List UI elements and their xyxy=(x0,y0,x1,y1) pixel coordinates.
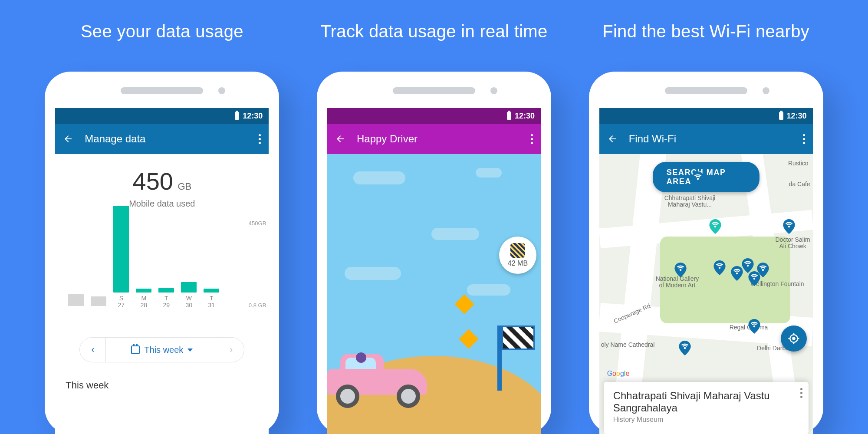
chart-bar: T 29 xyxy=(158,288,174,309)
data-usage-bubble-value: 42 MB xyxy=(508,260,528,267)
car-icon xyxy=(327,356,436,408)
chart-bar-label: T 29 xyxy=(163,295,170,309)
wifi-pin-icon[interactable] xyxy=(712,260,727,275)
total-usage-label: Mobile data used xyxy=(55,199,269,209)
back-icon[interactable] xyxy=(335,134,345,144)
map-poi-label: Rustico xyxy=(788,160,809,167)
app-icon xyxy=(510,243,525,258)
phone-camera xyxy=(490,87,497,94)
chart-bar: S 27 xyxy=(113,206,129,309)
wifi-pin-icon[interactable] xyxy=(756,263,770,277)
ytick-bottom: 0.8 GB xyxy=(249,302,266,309)
wifi-pin-icon[interactable] xyxy=(673,263,688,277)
map-poi-label: oly Name Cathedral xyxy=(601,342,655,348)
phone-camera xyxy=(763,87,769,94)
cloud-icon xyxy=(476,168,502,178)
battery-icon xyxy=(235,112,239,120)
status-time: 12:30 xyxy=(515,112,535,121)
calendar-icon xyxy=(131,345,140,354)
map-poi-label: Chhatrapati Shivaji Maharaj Vastu... xyxy=(664,195,716,208)
date-range-selector[interactable]: ‹ This week › xyxy=(79,337,244,362)
appbar-happy-driver: Happy Driver xyxy=(327,124,541,154)
dropdown-caret-icon xyxy=(187,349,193,352)
battery-icon xyxy=(507,112,511,120)
wifi-pin-icon[interactable] xyxy=(690,171,705,186)
data-usage-bubble[interactable]: 42 MB xyxy=(499,237,536,274)
back-icon[interactable] xyxy=(63,134,73,144)
card-overflow-icon[interactable] xyxy=(800,388,802,398)
range-label: This week xyxy=(144,345,183,355)
usage-bar-chart: 450GB 0.8 GB S 27M 28T 29W 30T 31 xyxy=(55,217,269,330)
chart-bar xyxy=(68,294,84,309)
next-range-button[interactable]: › xyxy=(218,338,244,362)
appbar-title: Manage data xyxy=(85,133,145,145)
chart-bar: W 30 xyxy=(181,282,197,309)
chart-bar-label: T 31 xyxy=(208,295,215,309)
place-card-title: Chhatrapati Shivaji Maharaj Vastu Sangra… xyxy=(613,390,799,414)
appbar-find-wifi: Find Wi-Fi xyxy=(599,124,813,154)
ytick-top: 450GB xyxy=(249,220,266,227)
chart-bar-label: S 27 xyxy=(118,295,125,309)
status-bar: 12:30 xyxy=(327,108,541,124)
map-poi-label: da Cafe xyxy=(789,181,810,187)
coin-icon xyxy=(459,329,478,349)
my-location-button[interactable] xyxy=(781,326,807,352)
wifi-map[interactable]: SEARCH MAP AREA Rustico da Cafe Chhatrap… xyxy=(599,154,813,434)
chart-bar-label: W 30 xyxy=(186,295,193,309)
wifi-pin-icon[interactable] xyxy=(708,219,723,234)
total-usage-unit: GB xyxy=(178,181,191,192)
total-usage-stat: 450 GB Mobile data used xyxy=(55,154,269,217)
place-card[interactable]: Chhatrapati Shivaji Maharaj Vastu Sangra… xyxy=(604,382,809,434)
headline-find-wifi: Find the best Wi-Fi nearby xyxy=(602,22,809,41)
battery-icon xyxy=(779,112,783,120)
status-time: 12:30 xyxy=(243,112,263,121)
section-header-this-week: This week xyxy=(55,374,269,397)
wifi-pin-icon[interactable] xyxy=(747,319,762,334)
phone-speaker xyxy=(665,87,747,94)
svg-point-0 xyxy=(792,337,796,340)
wifi-pin-icon[interactable] xyxy=(677,341,692,355)
search-map-area-button[interactable]: SEARCH MAP AREA xyxy=(653,162,760,192)
status-bar: 12:30 xyxy=(599,108,813,124)
game-scene: 42 MB xyxy=(327,154,541,434)
map-poi-label: Doctor Salim Ali Chowk xyxy=(776,237,810,250)
back-icon[interactable] xyxy=(607,134,618,144)
phone-frame-3: 12:30 Find Wi-Fi SEARCH MAP AREA Rustico… xyxy=(589,72,823,434)
phone-speaker xyxy=(121,87,203,94)
overflow-menu-icon[interactable] xyxy=(531,134,533,144)
cloud-icon xyxy=(345,267,401,280)
appbar-title: Find Wi-Fi xyxy=(629,133,676,145)
chart-bar: M 28 xyxy=(136,289,151,309)
prev-range-button[interactable]: ‹ xyxy=(80,338,106,362)
finish-flag-icon xyxy=(497,326,502,391)
wifi-pin-icon[interactable] xyxy=(740,258,755,273)
coin-icon xyxy=(454,294,474,314)
map-poi-label: National Gallery of Modern Art xyxy=(656,276,699,289)
cloud-icon xyxy=(467,284,510,296)
wifi-pin-icon[interactable] xyxy=(782,219,796,234)
overflow-menu-icon[interactable] xyxy=(803,134,805,144)
appbar-title: Happy Driver xyxy=(357,133,418,145)
cloud-icon xyxy=(431,228,479,240)
cloud-icon xyxy=(353,171,405,184)
phone-speaker xyxy=(393,87,475,94)
phone-camera xyxy=(218,87,225,94)
phone-frame-1: 12:30 Manage data 450 GB Mobile data use… xyxy=(45,72,279,434)
appbar-manage-data: Manage data xyxy=(55,124,269,154)
headline-see-data-usage: See your data usage xyxy=(81,22,243,41)
chart-bar: T 31 xyxy=(204,289,219,309)
status-time: 12:30 xyxy=(787,112,807,121)
phone-frame-2: 12:30 Happy Driver 42 MB xyxy=(317,72,551,434)
headline-track-realtime: Track data usage in real time xyxy=(320,22,547,41)
chart-bar-label: M 28 xyxy=(141,295,148,309)
chart-bar xyxy=(91,296,106,309)
overflow-menu-icon[interactable] xyxy=(259,134,261,144)
map-attribution: Google xyxy=(607,370,630,378)
total-usage-value: 450 xyxy=(132,168,173,195)
status-bar: 12:30 xyxy=(55,108,269,124)
place-card-subtitle: History Museum xyxy=(613,416,799,424)
